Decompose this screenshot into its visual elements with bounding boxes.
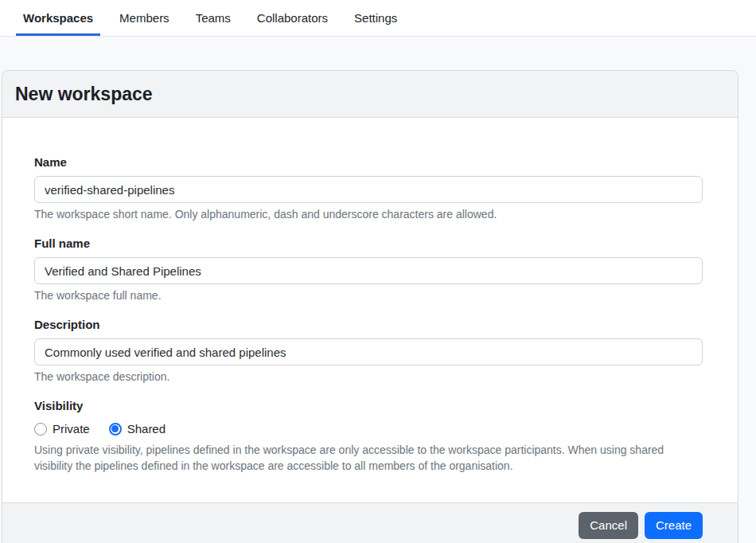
panel-footer: Cancel Create [2,502,738,543]
visibility-help-text: Using private visibility, pipelines defi… [34,442,703,474]
tab-settings[interactable]: Settings [347,0,404,36]
full-name-label: Full name [34,236,703,251]
radio-checked-icon[interactable] [109,423,122,436]
description-label: Description [34,318,703,332]
visibility-label: Visibility [34,399,703,413]
name-label: Name [34,155,703,170]
full-name-help-text: The workspace full name. [34,289,703,302]
full-name-input[interactable] [34,257,703,284]
org-tab-bar: Workspaces Members Teams Collaborators S… [0,0,756,37]
description-field-group: Description The workspace description. [34,318,703,383]
cancel-button[interactable]: Cancel [579,512,638,539]
page-background: New workspace Name The workspace short n… [0,37,756,543]
tab-workspaces[interactable]: Workspaces [16,0,100,36]
visibility-option-private[interactable]: Private [34,422,90,436]
new-workspace-panel: New workspace Name The workspace short n… [2,70,738,543]
visibility-option-private-label: Private [53,422,90,436]
description-help-text: The workspace description. [34,370,703,383]
tab-collaborators[interactable]: Collaborators [250,0,335,36]
name-help-text: The workspace short name. Only alphanume… [34,208,703,221]
full-name-field-group: Full name The workspace full name. [34,236,703,302]
tab-teams[interactable]: Teams [189,0,238,36]
visibility-option-shared-label: Shared [127,422,166,436]
name-field-group: Name The workspace short name. Only alph… [34,155,703,221]
description-input[interactable] [34,338,703,365]
visibility-radio-group: Private Shared [34,422,703,436]
visibility-option-shared[interactable]: Shared [109,422,166,436]
create-button[interactable]: Create [645,512,703,539]
visibility-field-group: Visibility Private Shared Using private … [34,399,703,474]
radio-unchecked-icon[interactable] [34,423,47,436]
panel-header: New workspace [2,71,738,118]
name-input[interactable] [34,176,703,203]
tab-members[interactable]: Members [112,0,177,36]
page-title: New workspace [15,83,725,105]
new-workspace-form: Name The workspace short name. Only alph… [2,118,738,502]
